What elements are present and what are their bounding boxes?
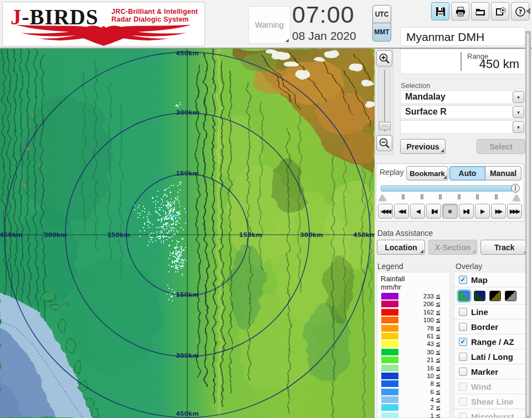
overlay-item-line[interactable]: ✓ Line: [454, 305, 525, 319]
overlay-item-marker[interactable]: ✓ Marker: [454, 364, 525, 379]
legend-color-swatch: [381, 380, 398, 387]
selection-dropdown[interactable]: Mandalay ▾: [400, 90, 525, 104]
zoom-slider-thumb[interactable]: [379, 122, 391, 130]
panel-splitter[interactable]: [525, 31, 531, 418]
checkbox[interactable]: ✓: [459, 368, 467, 376]
chevron-down-icon[interactable]: ▾: [513, 121, 524, 133]
zoom-out-button[interactable]: [376, 135, 392, 151]
overlay-item-label: Microburst: [471, 412, 514, 418]
checkbox[interactable]: ✓: [459, 412, 467, 418]
previous-button[interactable]: Previous: [400, 139, 446, 154]
overlay-item-map[interactable]: ✓ Map: [454, 272, 525, 287]
jbirds-application: J-BIRDS JRC-Brilliant & Intelligent Rada…: [0, 0, 532, 418]
checkbox[interactable]: ✓: [459, 338, 467, 346]
dropdown-value: Mandalay: [405, 92, 446, 102]
checkbox[interactable]: ✓: [459, 383, 467, 391]
location-button[interactable]: Location: [377, 240, 425, 255]
checkbox[interactable]: ✓: [459, 276, 467, 284]
legend-row: 10 ≦: [377, 372, 449, 380]
slider-start-marker[interactable]: [378, 194, 386, 201]
slider-tick: [458, 194, 461, 199]
save-button[interactable]: [431, 2, 449, 20]
radar-map-canvas[interactable]: 150km150km150km150km300km300km300km300km…: [0, 49, 375, 418]
overlay-item-label: Marker: [471, 367, 498, 376]
ring-label-150: 150km: [107, 231, 130, 239]
legend-row: 100 ≦: [377, 316, 449, 324]
x-section-button[interactable]: X-Section: [428, 240, 477, 255]
selection-dropdown[interactable]: ▾: [400, 120, 525, 134]
legend-color-swatch: [381, 317, 398, 323]
range-display: Range 450 km: [400, 49, 525, 74]
open-folder-button[interactable]: [471, 2, 489, 20]
zoom-slider[interactable]: [378, 67, 391, 135]
forward-fast-button[interactable]: ▶▶▶: [507, 204, 522, 219]
select-label: Select: [489, 142, 512, 151]
legend-value: 1: [400, 412, 434, 418]
overlay-item-wind[interactable]: ✓ Wind: [454, 379, 525, 394]
logo-subtitle-line2: Radar Dialogic System: [111, 16, 198, 23]
export-image-button[interactable]: [491, 2, 509, 20]
zoom-in-button[interactable]: [376, 50, 392, 66]
utc-button[interactable]: UTC: [372, 5, 391, 23]
chevron-down-icon[interactable]: ▾: [513, 91, 524, 103]
legend-leq-sign: ≦: [436, 373, 441, 380]
play-button[interactable]: ▶: [475, 204, 490, 219]
overlay-item-microburst[interactable]: ✓ Microburst: [454, 409, 525, 418]
step-forward-button[interactable]: ▶▮: [459, 204, 474, 219]
rewind-button[interactable]: ◀◀: [394, 204, 409, 219]
legend-value: 4: [400, 396, 434, 403]
legend-leq-sign: ≦: [436, 412, 441, 418]
ring-label-300: 300km: [176, 352, 199, 359]
legend-value: 206: [400, 301, 434, 307]
legend-leq-sign: ≦: [436, 357, 441, 364]
checkbox[interactable]: ✓: [459, 308, 467, 316]
print-button[interactable]: [451, 2, 469, 20]
legend-value: 6: [400, 389, 434, 395]
collapse-panel-arrow-icon[interactable]: [526, 8, 530, 14]
splitter-handle[interactable]: [526, 32, 530, 417]
legend-row: 21 ≦: [377, 356, 449, 364]
legend-row: 162 ≦: [377, 308, 449, 316]
map-style-swatch[interactable]: [505, 291, 516, 301]
replay-slider-thumb[interactable]: [511, 184, 520, 193]
map-style-swatch[interactable]: [474, 291, 485, 301]
checkbox[interactable]: ✓: [459, 323, 467, 331]
map-zoom-control: [375, 49, 393, 154]
rewind-fast-button[interactable]: ◀◀◀: [378, 204, 393, 219]
overlay-item-shear-line[interactable]: ✓ Shear Line: [454, 394, 525, 409]
mmt-button[interactable]: MMT: [372, 23, 391, 42]
legend-row: 2 ≦: [377, 404, 449, 411]
zoom-out-icon: [378, 137, 391, 149]
step-forward-icon: ▶▮: [464, 208, 469, 214]
track-button[interactable]: Track: [480, 240, 529, 255]
forward-button[interactable]: ▶▶: [491, 204, 506, 219]
step-back-button[interactable]: ▮◀: [426, 204, 441, 219]
radar-map[interactable]: 150km150km150km150km300km300km300km300km…: [0, 49, 375, 418]
replay-slider[interactable]: [381, 185, 518, 192]
legend-value: 233: [400, 293, 434, 300]
manual-button[interactable]: Manual: [485, 166, 521, 180]
map-style-swatch[interactable]: [458, 291, 470, 301]
stop-button[interactable]: ■: [442, 204, 457, 219]
play-reverse-button[interactable]: ◀: [410, 204, 425, 219]
warning-button[interactable]: Warning: [248, 6, 290, 44]
legend-unit: Rainfall mm/hr: [381, 275, 449, 291]
auto-button[interactable]: Auto: [449, 166, 485, 180]
checkbox[interactable]: ✓: [459, 398, 467, 406]
overlay-item-range-az[interactable]: ✓ Range / AZ: [454, 334, 525, 349]
slider-end-marker[interactable]: [513, 194, 520, 201]
legend-row: 6 ≦: [377, 388, 449, 396]
overlay-item-lati-long[interactable]: ✓ Lati / Long: [454, 349, 525, 364]
bookmark-button[interactable]: Bookmark: [406, 166, 448, 180]
checkbox[interactable]: ✓: [459, 353, 467, 361]
legend-row: 16 ≦: [377, 364, 449, 372]
map-style-swatch[interactable]: [489, 291, 501, 301]
selection-dropdown[interactable]: Surface R ▾: [400, 105, 525, 119]
rewind-fast-icon: ◀◀◀: [381, 208, 390, 214]
select-button[interactable]: Select: [477, 139, 525, 154]
overlay-item-border[interactable]: ✓ Border: [454, 319, 525, 334]
legend-color-swatch: [381, 301, 398, 307]
forward-icon: ▶▶: [495, 208, 502, 214]
legend-leq-sign: ≦: [436, 317, 441, 324]
chevron-down-icon[interactable]: ▾: [513, 106, 524, 118]
